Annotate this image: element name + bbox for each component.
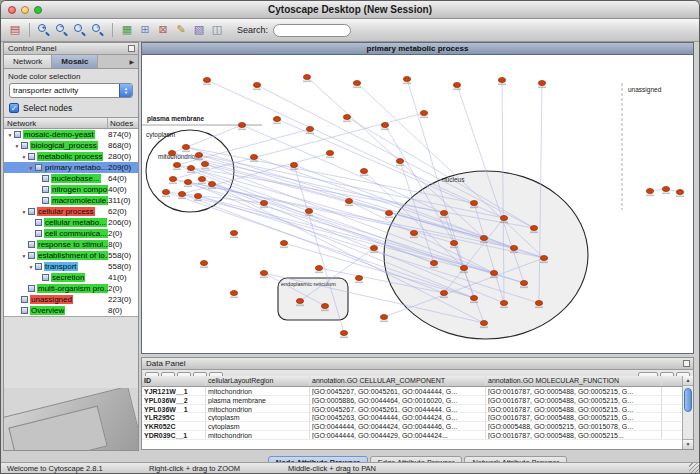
graph-node[interactable]	[460, 265, 467, 270]
tree-row[interactable]: ▼cellular process62(0)	[4, 206, 138, 217]
float-panel-icon[interactable]	[683, 360, 690, 367]
graph-node[interactable]	[260, 270, 267, 275]
graph-node[interactable]	[540, 255, 547, 260]
float-panel-icon[interactable]	[128, 45, 135, 52]
graph-node[interactable]	[535, 300, 542, 305]
graph-node[interactable]	[453, 82, 460, 87]
graph-node[interactable]	[676, 189, 683, 194]
graph-node[interactable]	[238, 122, 245, 127]
graph-node[interactable]	[403, 76, 410, 81]
graph-node[interactable]	[430, 260, 437, 265]
search-input[interactable]	[273, 24, 351, 37]
scrollbar-thumb[interactable]	[684, 388, 692, 412]
graph-node[interactable]	[280, 240, 287, 245]
graph-node[interactable]	[662, 186, 669, 191]
create-network-icon[interactable]: ⊞	[137, 22, 153, 38]
tab-network[interactable]: Network	[4, 55, 52, 68]
graph-node[interactable]	[510, 245, 517, 250]
graph-node[interactable]	[194, 193, 201, 198]
graph-node[interactable]	[326, 150, 333, 155]
graph-node[interactable]	[230, 230, 237, 235]
tree-row[interactable]: cellular metabo...206(0)	[4, 217, 138, 228]
graph-node[interactable]	[230, 290, 237, 295]
tree-row[interactable]: ▼establishment of lo...558(0)	[4, 250, 138, 261]
graph-node[interactable]	[303, 74, 310, 79]
graph-node[interactable]	[396, 158, 403, 163]
tree-expander-icon[interactable]: ▼	[20, 209, 28, 215]
tree-row[interactable]: Overview8(0)	[4, 305, 138, 316]
tree-row[interactable]: macromolecule...311(0)	[4, 195, 138, 206]
graph-node[interactable]	[195, 152, 202, 157]
graph-node[interactable]	[169, 176, 176, 181]
graph-node[interactable]	[178, 191, 185, 196]
graph-node[interactable]	[200, 260, 207, 265]
zoom-in-icon[interactable]: +	[36, 22, 52, 38]
annotation-icon[interactable]: ✎	[173, 22, 189, 38]
zoom-fit-icon[interactable]: ▫	[90, 22, 106, 38]
close-window-button[interactable]	[8, 6, 16, 14]
graph-node[interactable]	[440, 290, 447, 295]
table-row[interactable]: YDR039C__1mitochondrion[GO:0044444, GO:0…	[142, 431, 682, 440]
tree-row[interactable]: ▼mosaic-demo-yeast874(0)	[4, 129, 138, 140]
save-session-icon[interactable]: ▤	[7, 22, 23, 38]
tree-row[interactable]: cell communica...2(0)	[4, 228, 138, 239]
tree-row[interactable]: ▼primary metabo...209(0)	[4, 162, 138, 173]
table-row[interactable]: YPL036W__2plasma membrane[GO:0005886, GO…	[142, 396, 682, 405]
graph-node[interactable]	[480, 235, 487, 240]
graph-node[interactable]	[410, 230, 417, 235]
graph-node[interactable]	[646, 188, 653, 193]
column-header-molecular-function[interactable]: annotation.GO MOLECULAR_FUNCTION	[486, 376, 662, 386]
graph-node[interactable]	[381, 122, 388, 127]
graph-node[interactable]	[173, 162, 180, 167]
graph-node[interactable]	[250, 154, 257, 159]
graph-node[interactable]	[370, 245, 377, 250]
table-row[interactable]: YJR121W__1mitochondrion[GO:0045267, GO:0…	[142, 387, 682, 396]
graph-node[interactable]	[182, 144, 189, 149]
graph-node[interactable]	[296, 298, 303, 303]
graph-node[interactable]	[260, 200, 267, 205]
zoom-selected-icon[interactable]: ◦	[72, 22, 88, 38]
vizmapper-icon[interactable]: ▧	[191, 22, 207, 38]
graph-node[interactable]	[470, 200, 477, 205]
select-nodes-checkbox[interactable]: ✓	[9, 103, 19, 113]
table-row[interactable]: YKR052Ccytoplasm[GO:0044444, GO:0044424,…	[142, 422, 682, 431]
column-header-id[interactable]: ID	[142, 376, 206, 386]
graph-node[interactable]	[450, 240, 457, 245]
tree-expander-icon[interactable]: ▼	[27, 264, 35, 270]
graph-node[interactable]	[187, 165, 194, 170]
graph-node[interactable]	[490, 270, 497, 275]
graph-node[interactable]	[380, 314, 387, 319]
graph-node[interactable]	[385, 210, 392, 215]
graph-node[interactable]	[470, 295, 477, 300]
graph-node[interactable]	[353, 80, 360, 85]
tree-expander-icon[interactable]: ▼	[20, 253, 28, 259]
graph-node[interactable]	[520, 280, 527, 285]
graph-node[interactable]	[321, 303, 328, 308]
resize-grip[interactable]	[689, 463, 699, 473]
scroll-up-icon[interactable]: ▲	[683, 376, 693, 386]
graph-node[interactable]	[538, 80, 545, 85]
tree-row[interactable]: unassigned223(0)	[4, 294, 138, 305]
graph-node[interactable]	[198, 176, 205, 181]
tree-row[interactable]: nitrogen compo...40(0)	[4, 184, 138, 195]
tree-expander-icon[interactable]: ▼	[20, 154, 28, 160]
tree-row[interactable]: ▼transport558(0)	[4, 261, 138, 272]
graph-node[interactable]	[305, 208, 312, 213]
graph-node[interactable]	[360, 168, 367, 173]
graph-node[interactable]	[306, 126, 313, 131]
graph-node[interactable]	[500, 215, 507, 220]
tree-row[interactable]: ▼biological_process868(0)	[4, 140, 138, 151]
tab-mosaic[interactable]: Mosaic	[52, 55, 98, 68]
tree-row[interactable]: nucleobase...64(0)	[4, 173, 138, 184]
tree-expander-icon[interactable]: ▼	[6, 132, 14, 138]
graph-node[interactable]	[500, 300, 507, 305]
graph-node[interactable]	[343, 114, 350, 119]
minimize-window-button[interactable]	[21, 6, 29, 14]
tree-row[interactable]: ▼metabolic process280(0)	[4, 151, 138, 162]
destroy-network-icon[interactable]: ⊠	[155, 22, 171, 38]
table-row[interactable]: YPL036W__1mitochondrion[GO:0045267, GO:0…	[142, 405, 682, 414]
scroll-down-icon[interactable]: ▼	[683, 439, 693, 449]
column-header-cellular-component[interactable]: annotation.GO CELLULAR_COMPONENT	[310, 376, 486, 386]
graph-node[interactable]	[208, 181, 215, 186]
graph-node[interactable]	[162, 189, 169, 194]
